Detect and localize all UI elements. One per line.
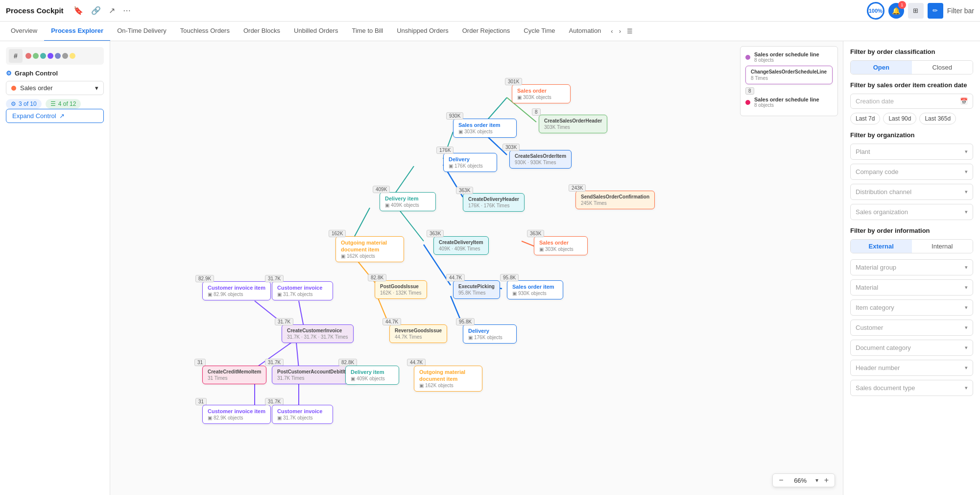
chevron-down-customer: ▾ xyxy=(965,324,968,331)
filter-bar-label: Filter bar xyxy=(947,7,974,15)
color-dot-7 xyxy=(70,53,75,59)
count-badge-di2: 82.8K xyxy=(338,359,357,366)
nav-next-arrow[interactable]: › xyxy=(616,25,624,37)
canvas-inner: Sales order ▣ 303K objects 301K Sales or… xyxy=(110,41,843,495)
node-create-sales-order-header[interactable]: CreateSalesOrderHeader 303K Times xyxy=(539,115,607,133)
count-badge-cii: 82.9K xyxy=(195,275,214,282)
app-title: Process Cockpit xyxy=(6,6,64,15)
node-customer-invoice[interactable]: Customer invoice ▣ 31.7K objects xyxy=(272,281,333,300)
count-badge-ci: 31.7K xyxy=(265,275,284,282)
tab-order-rejections[interactable]: Order Rejections xyxy=(455,22,517,41)
node-reverse-goods-issue[interactable]: ReverseGoodsIssue 44.7K Times xyxy=(389,324,447,343)
node-create-delivery-item[interactable]: CreateDeliveryItem 409K · 409K Times xyxy=(433,236,489,255)
filter-classification-title: Filter by order classification xyxy=(850,48,973,55)
node-delivery-item[interactable]: Delivery item ▣ 409K objects xyxy=(380,192,436,211)
toggle-internal[interactable]: Internal xyxy=(912,240,973,253)
expand-icon: ↗ xyxy=(59,112,65,120)
chevron-down-dist: ▾ xyxy=(965,189,968,195)
node-sales-order-item-right[interactable]: Sales order item ▣ 930K objects xyxy=(507,280,563,299)
node-execute-picking[interactable]: ExecutePicking 95.8K Times xyxy=(453,280,500,299)
date-btn-90d[interactable]: Last 90d xyxy=(883,113,916,124)
chevron-down-header-num: ▾ xyxy=(965,365,968,371)
sales-order-selector[interactable]: Sales order ▾ xyxy=(6,81,104,95)
dropdown-item-category[interactable]: Item category ▾ xyxy=(850,299,973,316)
external-internal-toggle: External Internal xyxy=(850,239,973,253)
tab-time-to-bill[interactable]: Time to Bill xyxy=(345,22,390,41)
tab-automation[interactable]: Automation xyxy=(562,22,608,41)
node-outgoing-material[interactable]: Outgoing material document item ▣ 162K o… xyxy=(335,236,404,262)
zoom-out-button[interactable]: − xyxy=(777,476,785,485)
tab-cycle-time[interactable]: Cycle Time xyxy=(517,22,562,41)
dropdown-material[interactable]: Material ▾ xyxy=(850,279,973,296)
date-btn-7d[interactable]: Last 7d xyxy=(850,113,880,124)
color-dot-1 xyxy=(25,53,31,59)
count-badge-cdh: 363K xyxy=(456,187,473,194)
tab-unshipped-orders[interactable]: Unshipped Orders xyxy=(390,22,455,41)
node-customer-invoice2[interactable]: Customer invoice ▣ 31.7K objects xyxy=(272,405,333,424)
tab-order-blocks[interactable]: Order Blocks xyxy=(237,22,287,41)
nav-tabs: Overview Process Explorer On-Time Delive… xyxy=(0,22,980,41)
legend-item-2: Sales order schedule line 8 objects xyxy=(745,97,833,108)
dropdown-material-group[interactable]: Material group ▾ xyxy=(850,259,973,275)
share-icon[interactable]: ↗ xyxy=(107,5,117,16)
counter-badge-1[interactable]: ⚙ 3 of 10 xyxy=(6,99,42,109)
toggle-closed[interactable]: Closed xyxy=(912,61,973,74)
notification-button[interactable]: 🔔 1 xyxy=(888,3,904,19)
edit-button[interactable]: ✏ xyxy=(928,3,943,19)
node-sales-order-right[interactable]: Sales order ▣ 303K objects xyxy=(534,236,588,255)
dropdown-customer[interactable]: Customer ▾ xyxy=(850,320,973,336)
node-create-sales-order-item[interactable]: CreateSalesOrderItem 930K · 930K Times xyxy=(509,150,572,169)
node-delivery[interactable]: Delivery ▣ 176K objects xyxy=(443,153,497,172)
date-btn-365d[interactable]: Last 365d xyxy=(919,113,956,124)
zoom-in-button[interactable]: + xyxy=(822,476,831,485)
creation-date-input[interactable]: Creation date 📅 xyxy=(850,94,973,109)
node-post-goods-issue[interactable]: PostGoodsIssue 162K · 132K Times xyxy=(375,280,427,299)
bookmark-icon[interactable]: 🔖 xyxy=(72,5,85,16)
dropdown-sales-organization[interactable]: Sales organization ▾ xyxy=(850,204,973,220)
dropdown-plant[interactable]: Plant ▾ xyxy=(850,144,973,160)
node-sales-order[interactable]: Sales order ▣ 303K objects xyxy=(512,84,571,103)
count-badge-db: 95.8K xyxy=(456,318,475,325)
calendar-icon: 📅 xyxy=(960,98,968,105)
dropdown-sales-document-type[interactable]: Sales document type ▾ xyxy=(850,380,973,396)
node-send-sales-order[interactable]: SendSalesOrderConfirmation 245K Times xyxy=(575,191,655,209)
node-create-credit-memo[interactable]: CreateCreditMemoItem 31 Times xyxy=(202,366,266,384)
display-button[interactable]: ⊞ xyxy=(908,3,924,19)
node-create-customer-invoice[interactable]: CreateCustomerInvoice 31.7K · 31.7K · 31… xyxy=(282,324,354,343)
nav-menu-icon[interactable]: ☰ xyxy=(624,25,636,37)
tab-process-explorer[interactable]: Process Explorer xyxy=(44,22,110,41)
toggle-open[interactable]: Open xyxy=(851,61,912,74)
node-outgoing-material2[interactable]: Outgoing material document item ▣ 162K o… xyxy=(414,366,482,392)
top-bar-actions: 100% 🔔 1 ⊞ ✏ Filter bar xyxy=(867,2,974,20)
counter-badge-2[interactable]: ☰ 4 of 12 xyxy=(46,99,81,109)
legend-badge1: 8 xyxy=(745,87,754,95)
zoom-chevron-icon[interactable]: ▾ xyxy=(815,477,818,484)
toggle-external[interactable]: External xyxy=(851,240,912,253)
more-icon[interactable]: ⋯ xyxy=(121,5,133,16)
progress-circle: 100% xyxy=(867,2,884,20)
counter-icon-1: ⚙ xyxy=(11,100,16,107)
node-sales-order-item[interactable]: Sales order item ▣ 303K objects xyxy=(453,119,517,138)
dropdown-distribution-channel[interactable]: Distribution channel ▾ xyxy=(850,184,973,200)
chevron-down-sales-org: ▾ xyxy=(965,209,968,215)
tab-overview[interactable]: Overview xyxy=(4,22,44,41)
dropdown-document-category[interactable]: Document category ▾ xyxy=(850,340,973,356)
orange-dot xyxy=(11,86,16,91)
counters: ⚙ 3 of 10 ☰ 4 of 12 xyxy=(6,99,104,109)
color-dot-2 xyxy=(33,53,39,59)
node-create-delivery-header[interactable]: CreateDeliveryHeader 176K · 176K Times xyxy=(463,193,525,212)
dropdown-header-number[interactable]: Header number ▾ xyxy=(850,360,973,376)
dropdown-company-code[interactable]: Company code ▾ xyxy=(850,164,973,180)
link-icon[interactable]: 🔗 xyxy=(89,5,103,16)
nav-prev-arrow[interactable]: ‹ xyxy=(608,25,616,37)
node-customer-invoice-item[interactable]: Customer invoice item ▣ 82.9K objects xyxy=(202,281,271,300)
tab-touchless-orders[interactable]: Touchless Orders xyxy=(173,22,237,41)
node-customer-invoice-item2[interactable]: Customer invoice item ▣ 82.9K objects xyxy=(202,405,271,424)
node-delivery-bottom[interactable]: Delivery ▣ 176K objects xyxy=(463,324,517,344)
legend-item-1: Sales order schedule line 8 objects xyxy=(745,51,833,63)
expand-control[interactable]: Expand Control ↗ xyxy=(6,109,104,123)
node-delivery-item2[interactable]: Delivery item ▣ 409K objects xyxy=(345,366,399,385)
tab-on-time-delivery[interactable]: On-Time Delivery xyxy=(110,22,173,41)
tab-unbilled-orders[interactable]: Unbilled Orders xyxy=(287,22,345,41)
hash-icon: # xyxy=(9,49,23,63)
